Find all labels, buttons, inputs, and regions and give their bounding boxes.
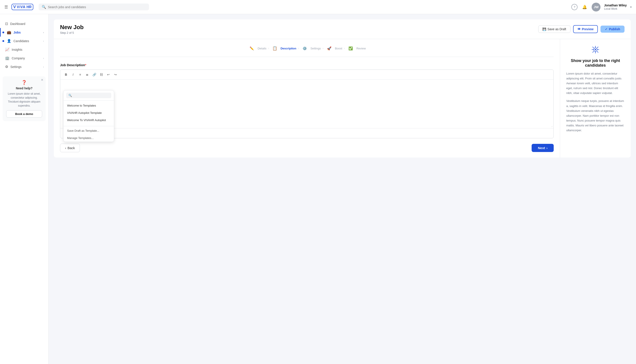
company-icon: 🏢: [5, 56, 10, 60]
search-input[interactable]: [48, 5, 146, 9]
template-search-input[interactable]: [73, 94, 109, 97]
svg-line-8: [597, 47, 598, 48]
preview-button[interactable]: 👁 Preview: [573, 25, 598, 33]
svg-point-1: [595, 49, 596, 50]
step-details-label: Details: [258, 47, 266, 50]
avatar[interactable]: JW: [592, 3, 600, 12]
insights-icon: 📈: [5, 48, 10, 52]
template-item-autopilot[interactable]: VIVAHR Autopilot Template: [64, 109, 114, 116]
company-chevron-icon: ›: [43, 57, 44, 60]
italic-button[interactable]: I: [70, 72, 76, 78]
job-description-editor[interactable]: B I ≡ ≣ 🔗 ⛓ ↩ ↪: [60, 70, 554, 138]
sidebar-item-candidates[interactable]: 👤 Candidates ›: [0, 36, 48, 45]
template-divider: [64, 126, 114, 126]
back-label: Back: [68, 146, 75, 150]
bold-button[interactable]: B: [63, 72, 69, 78]
step-arrow-4: ›: [344, 47, 345, 50]
unlink-button[interactable]: ⛓: [98, 72, 104, 78]
step-boost[interactable]: 🚀 Boost: [325, 44, 342, 52]
user-chevron-icon[interactable]: ▾: [630, 6, 632, 8]
help-question-icon: ❓: [6, 80, 42, 85]
user-name: Jonathan Wiley: [604, 3, 627, 7]
editor-body[interactable]: 🔍 Welcome to Templates VIVAHR Autopilot …: [60, 80, 554, 128]
template-search-icon: 🔍: [68, 94, 72, 97]
preview-icon: 👁: [578, 27, 580, 31]
help-title: Need help?: [6, 86, 42, 90]
sidebar-item-dashboard[interactable]: ⊡ Dashboard: [0, 20, 48, 28]
page-title-area: New Job Step 2 of 5: [60, 24, 84, 34]
template-item-autopilot-2[interactable]: Welcome To VIVAHR Autopilot: [64, 116, 114, 124]
save-as-draft-button[interactable]: 💾 Save as Draft: [538, 25, 570, 33]
dashboard-icon: ⊡: [5, 22, 8, 26]
publish-label: Publish: [609, 27, 620, 31]
jobs-icon: 💼: [7, 30, 11, 34]
logo: V ViVA HR: [12, 4, 33, 10]
step-arrow-2: ›: [298, 47, 299, 50]
settings-icon: ⚙: [5, 65, 8, 69]
sidebar-item-label: Jobs: [14, 31, 21, 34]
settings-chevron-icon: ›: [43, 66, 44, 68]
help-icon[interactable]: ?: [571, 4, 578, 10]
sidebar-item-label: Dashboard: [10, 22, 26, 26]
page-header-actions: 💾 Save as Draft 👁 Preview ✓ Publish: [538, 25, 624, 33]
main-content: New Job Step 2 of 5 💾 Save as Draft 👁 Pr…: [48, 14, 636, 364]
step-boost-icon: 🚀: [325, 44, 333, 52]
page-title: New Job: [60, 24, 84, 31]
save-draft-as-template-action[interactable]: Save Draft as Template...: [64, 127, 114, 134]
sidebar-item-label: Insights: [12, 48, 22, 52]
candidates-icon: 👤: [7, 39, 11, 43]
back-button[interactable]: ‹ Back: [60, 144, 80, 152]
unordered-list-button[interactable]: ≣: [84, 72, 90, 78]
template-search-area: 🔍: [64, 90, 114, 100]
redo-button[interactable]: ↪: [112, 72, 118, 78]
right-sidebar-title: Show your job to the right candidates: [566, 58, 624, 68]
step-review[interactable]: ✅ Review: [347, 44, 366, 52]
right-sidebar-para1: Lorem ipsum dolor sit amet, consectetur …: [566, 71, 624, 96]
sidebar-item-jobs[interactable]: 💼 Jobs ›: [0, 28, 48, 36]
step-description-icon: 📋: [271, 44, 279, 52]
template-dropdown[interactable]: 🔍 Welcome to Templates VIVAHR Autopilot …: [63, 90, 114, 142]
publish-button[interactable]: ✓ Publish: [600, 26, 624, 33]
preview-label: Preview: [582, 27, 594, 31]
resize-handle[interactable]: ⌟: [551, 124, 552, 127]
target-icon: [591, 45, 600, 56]
editor-toolbar: B I ≡ ≣ 🔗 ⛓ ↩ ↪: [60, 70, 554, 80]
page-header: New Job Step 2 of 5 💾 Save as Draft 👁 Pr…: [54, 20, 631, 39]
search-icon: 🔍: [42, 5, 46, 9]
step-description[interactable]: 📋 Description: [271, 44, 296, 52]
logo-hr: HR: [26, 5, 32, 9]
section-label: Job Description*: [60, 63, 554, 67]
help-close-icon[interactable]: ✕: [41, 78, 44, 82]
step-settings-label: Settings: [310, 47, 321, 50]
ordered-list-button[interactable]: ≡: [77, 72, 83, 78]
required-mark: *: [85, 63, 86, 67]
sidebar-item-settings[interactable]: ⚙ Settings ›: [0, 62, 48, 71]
step-review-icon: ✅: [347, 44, 355, 52]
step-arrow-1: ›: [268, 47, 269, 50]
step-settings-icon: ⚙️: [301, 44, 309, 52]
link-button[interactable]: 🔗: [91, 72, 97, 78]
sidebar-item-label: Candidates: [14, 39, 29, 43]
step-review-label: Review: [356, 47, 366, 50]
steps-nav: ✏️ Details › 📋 Description › ⚙️ Settings: [60, 44, 554, 57]
book-demo-button[interactable]: Book a demo: [6, 110, 42, 118]
next-button[interactable]: Next ›: [532, 144, 554, 152]
editor-panel: ✏️ Details › 📋 Description › ⚙️ Settings: [54, 39, 560, 158]
step-details[interactable]: ✏️ Details: [248, 44, 266, 52]
candidates-dot: [2, 40, 4, 42]
template-item-welcome[interactable]: Welcome to Templates: [64, 102, 114, 109]
manage-templates-action[interactable]: Manage Templates...: [64, 134, 114, 142]
next-arrow-icon: ›: [546, 146, 548, 150]
save-draft-label: Save as Draft: [548, 27, 566, 31]
notifications-icon[interactable]: 🔔: [581, 4, 588, 10]
step-settings[interactable]: ⚙️ Settings: [301, 44, 321, 52]
sidebar-item-insights[interactable]: 📈 Insights: [0, 45, 48, 54]
menu-icon[interactable]: ☰: [4, 5, 8, 10]
undo-button[interactable]: ↩: [105, 72, 112, 78]
topnav: ☰ V ViVA HR 🔍 ? 🔔 JW Jonathan Wiley Loca…: [0, 0, 636, 14]
sidebar-item-company[interactable]: 🏢 Company ›: [0, 54, 48, 62]
back-arrow-icon: ‹: [65, 146, 66, 150]
content-area: ✏️ Details › 📋 Description › ⚙️ Settings: [54, 39, 631, 158]
search-bar[interactable]: 🔍: [38, 4, 149, 10]
editor-bottom-toolbar: 📎 🖼 ⊞ ▾: [60, 128, 554, 138]
